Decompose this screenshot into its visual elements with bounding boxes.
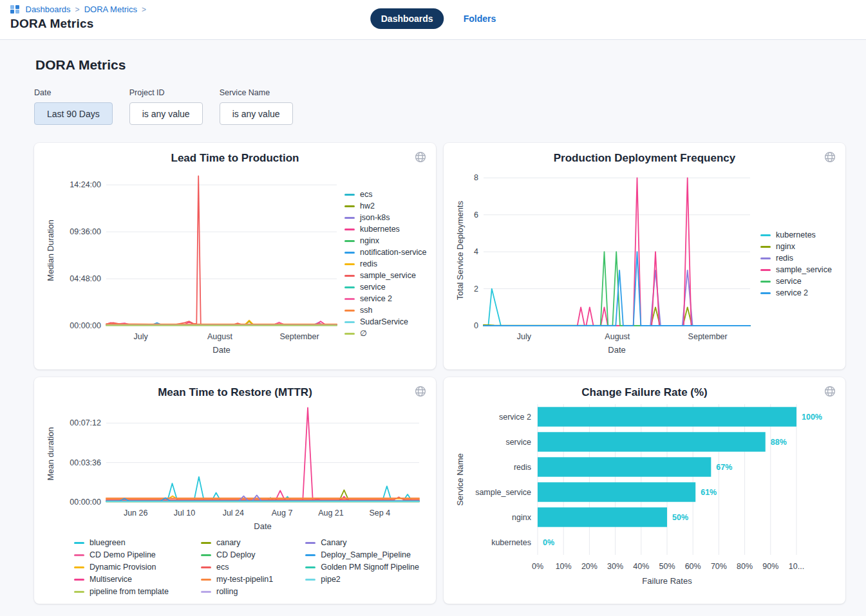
filter-service-name-value-button[interactable]: is any value — [220, 102, 293, 125]
legend-swatch — [305, 579, 315, 581]
legend-item: service 2 — [344, 294, 427, 303]
svg-text:July: July — [517, 332, 532, 341]
legend-label: hw2 — [360, 201, 375, 210]
mttr-card: Mean Time to Restore (MTTR) 00:00:0000:0… — [34, 377, 436, 604]
legend-label: kubernetes — [360, 225, 400, 234]
legend-item: sample_service — [760, 265, 835, 274]
legend-item: CD Demo Pipeline — [74, 550, 169, 559]
legend-label: redis — [776, 254, 793, 263]
legend-item: Golden PM Signoff Pipeline — [305, 563, 419, 572]
svg-text:09:36:00: 09:36:00 — [70, 227, 101, 236]
breadcrumb-separator: > — [142, 5, 146, 14]
legend-swatch — [74, 579, 84, 581]
legend-label: CD Demo Pipeline — [89, 550, 156, 559]
filter-service-name: Service Name is any value — [220, 88, 293, 125]
svg-text:67%: 67% — [716, 463, 732, 472]
legend-item: Deploy_Sample_Pipeline — [305, 550, 419, 559]
filter-project-id-label: Project ID — [129, 88, 203, 97]
svg-text:September: September — [279, 332, 319, 341]
legend-item: kubernetes — [760, 230, 835, 239]
legend-label: json-k8s — [360, 213, 390, 222]
svg-text:10%: 10% — [556, 562, 572, 571]
filter-project-id-value-button[interactable]: is any value — [129, 102, 203, 125]
legend-item: canary — [201, 538, 273, 547]
legend-item: bluegreen — [74, 538, 169, 547]
svg-text:0%: 0% — [532, 562, 543, 571]
legend-label: ∅ — [360, 329, 367, 338]
globe-icon[interactable] — [415, 386, 426, 397]
svg-text:50%: 50% — [672, 513, 688, 522]
legend-label: kubernetes — [776, 230, 816, 239]
legend-label: rolling — [216, 587, 238, 596]
legend-item: Multiservice — [74, 575, 169, 584]
filter-date: Date Last 90 Days — [34, 88, 113, 125]
legend-swatch — [344, 286, 355, 288]
deployment-frequency-chart: 02468JulyAugustSeptemberDateTotal Servic… — [454, 165, 757, 363]
svg-text:Mean duration: Mean duration — [46, 427, 55, 480]
legend-swatch — [74, 566, 84, 568]
legend-item: pipeline from template — [74, 587, 169, 596]
deployment-frequency-legend: kubernetesnginxredissample_serviceservic… — [757, 230, 835, 297]
legend-swatch — [344, 275, 355, 277]
legend-item: nginx — [344, 236, 427, 245]
change-failure-rate-chart: 0%10%20%30%40%50%60%70%80%90%10...servic… — [454, 399, 835, 592]
svg-text:Jun 26: Jun 26 — [124, 509, 148, 518]
svg-text:Failure Rates: Failure Rates — [642, 576, 692, 586]
svg-text:6: 6 — [474, 210, 478, 219]
svg-text:00:00:00: 00:00:00 — [70, 498, 101, 507]
filter-bar: Date Last 90 Days Project ID is any valu… — [34, 88, 845, 125]
svg-text:20%: 20% — [581, 562, 598, 571]
globe-icon[interactable] — [415, 151, 426, 163]
svg-text:30%: 30% — [607, 562, 623, 571]
filter-service-name-label: Service Name — [220, 88, 293, 97]
legend-label: sample_service — [776, 265, 832, 274]
lead-time-chart: 00:00:0004:48:0009:36:0014:24:00JulyAugu… — [44, 165, 341, 363]
legend-item: ssh — [344, 306, 427, 315]
legend-swatch — [344, 194, 355, 196]
lead-time-card: Lead Time to Production 00:00:0004:48:00… — [34, 143, 436, 369]
svg-text:nginx: nginx — [512, 513, 532, 522]
globe-icon[interactable] — [824, 386, 836, 397]
legend-label: nginx — [776, 242, 795, 251]
legend-swatch — [305, 554, 315, 556]
legend-item: ∅ — [344, 329, 427, 338]
breadcrumb-link-dora-metrics[interactable]: DORA Metrics — [84, 5, 137, 14]
tab-dashboards[interactable]: Dashboards — [370, 8, 444, 29]
svg-text:100%: 100% — [802, 413, 822, 422]
tab-folders[interactable]: Folders — [464, 14, 496, 24]
breadcrumb-link-dashboards[interactable]: Dashboards — [26, 5, 71, 14]
legend-item: sample_service — [344, 271, 427, 280]
legend-item: redis — [760, 254, 835, 263]
globe-icon[interactable] — [824, 151, 836, 163]
legend-swatch — [305, 566, 315, 568]
view-tabs: Dashboards Folders — [370, 8, 496, 29]
legend-swatch — [201, 579, 211, 581]
legend-item: notification-service — [344, 248, 427, 257]
legend-label: redis — [360, 259, 377, 268]
legend-item: my-test-pipelin1 — [201, 575, 273, 584]
legend-label: pipe2 — [321, 575, 341, 584]
filter-date-value-button[interactable]: Last 90 Days — [34, 102, 113, 125]
svg-text:July: July — [134, 332, 149, 341]
legend-item: kubernetes — [344, 225, 427, 234]
legend-item: json-k8s — [344, 213, 427, 222]
svg-text:90%: 90% — [762, 562, 778, 571]
svg-text:88%: 88% — [771, 438, 787, 447]
legend-label: CD Deploy — [216, 550, 255, 559]
chart-title-deployment-frequency: Production Deployment Frequency — [454, 152, 835, 165]
svg-text:61%: 61% — [701, 488, 717, 497]
svg-text:Date: Date — [212, 345, 230, 355]
legend-label: service 2 — [360, 294, 392, 303]
svg-text:70%: 70% — [711, 562, 727, 571]
legend-swatch — [344, 240, 355, 242]
svg-text:Total Service Deployments: Total Service Deployments — [455, 201, 465, 300]
svg-text:0: 0 — [474, 321, 478, 330]
legend-label: service 2 — [776, 288, 808, 297]
chart-title-mttr: Mean Time to Restore (MTTR) — [44, 386, 426, 399]
legend-label: notification-service — [360, 248, 427, 257]
legend-swatch — [344, 321, 355, 323]
svg-text:service: service — [505, 438, 531, 447]
svg-text:14:24:00: 14:24:00 — [70, 180, 101, 189]
svg-text:Aug 7: Aug 7 — [272, 509, 293, 518]
svg-text:kubernetes: kubernetes — [491, 538, 531, 547]
